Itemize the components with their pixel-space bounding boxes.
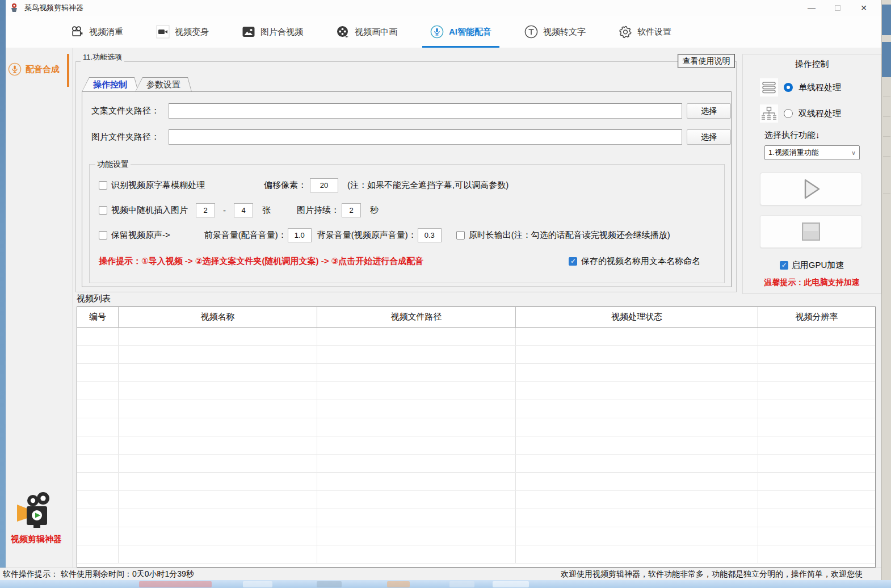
table-cell (119, 545, 317, 563)
bg-volume-input[interactable] (418, 228, 442, 242)
film-reel-icon (336, 25, 350, 39)
header-resolution[interactable]: 视频分辨率 (758, 307, 875, 327)
function-options-group: 11.功能选项 查看使用说明 操作控制 参数设置 文案文件夹路径： (75, 61, 737, 292)
table-cell (758, 436, 875, 454)
image-folder-select-button[interactable]: 选择 (687, 129, 731, 145)
table-cell (516, 527, 758, 545)
table-cell (758, 491, 875, 509)
tab-settings[interactable]: 软件设置 (615, 16, 675, 48)
table-cell (516, 400, 758, 418)
duration-input[interactable] (342, 203, 361, 217)
gpu-label: 启用GPU加速 (792, 260, 844, 271)
nav-tab-label: AI智能配音 (449, 27, 491, 37)
view-instructions-button[interactable]: 查看使用说明 (678, 54, 735, 68)
table-row (77, 364, 875, 382)
subtitle-blur-checkbox[interactable] (99, 181, 107, 190)
tab-operation-control[interactable]: 操作控制 (82, 77, 138, 92)
taskbar-item[interactable] (139, 581, 212, 587)
gpu-row: 启用GPU加速 (743, 260, 881, 271)
nav-tab-label: 视频变身 (175, 27, 209, 37)
header-status[interactable]: 视频处理状态 (516, 307, 758, 327)
picture-icon (242, 26, 255, 38)
dual-thread-radio[interactable] (784, 109, 793, 118)
header-file-path[interactable]: 视频文件路径 (317, 307, 516, 327)
offset-input[interactable] (310, 178, 338, 192)
table-cell (77, 455, 119, 472)
tab-video-to-text[interactable]: 视频转文字 (521, 16, 589, 48)
table-cell (317, 455, 516, 472)
taskbar-item[interactable] (449, 581, 474, 587)
orig-duration-checkbox[interactable] (456, 231, 465, 240)
insert-image-checkbox[interactable] (99, 206, 107, 215)
table-cell (77, 545, 119, 563)
tab-video-transform[interactable]: 视频变身 (153, 16, 212, 48)
maximize-button[interactable] (825, 0, 851, 16)
table-cell (77, 346, 119, 363)
background-window-sliver (881, 0, 891, 580)
operation-hint-row: 操作提示：①导入视频 -> ②选择文案文件夹(随机调用文案) -> ③点击开始进… (99, 253, 718, 269)
title-bar: 菜鸟视频剪辑神器 — ✕ (0, 0, 881, 16)
single-thread-row: 单线程处理 (760, 78, 841, 96)
tab-label: 参数设置 (137, 77, 190, 92)
text-folder-label: 文案文件夹路径： (91, 106, 169, 116)
gpu-checkbox[interactable] (780, 261, 788, 270)
status-left: 软件操作提示： 软件使用剩余时间：0天0小时1分39秒 (3, 569, 194, 579)
dual-thread-icon (761, 106, 777, 121)
text-folder-input[interactable] (169, 103, 682, 119)
tab-image-to-video[interactable]: 图片合视频 (238, 16, 306, 48)
tab-video-pip[interactable]: 视频画中画 (333, 16, 401, 48)
tab-parameter-settings[interactable]: 参数设置 (135, 77, 192, 92)
table-cell (758, 327, 875, 345)
table-cell (317, 346, 516, 363)
table-cell (317, 327, 516, 345)
range-dash: - (223, 205, 226, 215)
table-cell (758, 418, 875, 436)
image-folder-input[interactable] (169, 129, 682, 145)
nav-tab-label: 图片合视频 (260, 27, 303, 37)
taskbar-item[interactable] (387, 581, 410, 587)
table-row (77, 327, 875, 346)
subtitle-blur-row: 识别视频原字幕模糊处理 偏移像素： (注：如果不能完全遮挡字幕,可以调高参数) (99, 177, 718, 193)
insert-min-input[interactable] (196, 203, 215, 217)
fg-volume-input[interactable] (288, 228, 312, 242)
table-cell (119, 418, 317, 436)
tab-ai-dubbing[interactable]: AI智能配音 (427, 16, 495, 48)
save-name-checkbox[interactable] (569, 257, 577, 266)
subtitle-blur-label: 识别视频原字幕模糊处理 (111, 180, 205, 191)
minimize-button[interactable]: — (798, 0, 825, 16)
app-window: 菜鸟视频剪辑神器 — ✕ 视频消重 (0, 0, 881, 580)
text-folder-select-button[interactable]: 选择 (687, 103, 731, 119)
offset-note: (注：如果不能完全遮挡字幕,可以调高参数) (347, 180, 508, 191)
sidebar-item-dubbing[interactable]: 配音合成 (8, 62, 60, 76)
taskbar-item[interactable] (317, 581, 342, 587)
header-video-name[interactable]: 视频名称 (119, 307, 317, 327)
tab-video-dedup[interactable]: 视频消重 (67, 16, 127, 48)
video-list-title: 视频列表 (77, 293, 111, 304)
table-cell (119, 455, 317, 472)
dual-thread-icon-box (760, 104, 778, 123)
table-cell (119, 400, 317, 418)
close-button[interactable]: ✕ (851, 0, 877, 16)
start-button[interactable] (760, 173, 862, 205)
taskbar-item[interactable] (243, 581, 272, 587)
window-title: 菜鸟视频剪辑神器 (24, 3, 83, 13)
microphone-icon (430, 25, 444, 39)
table-row (77, 509, 875, 527)
table-cell (317, 473, 516, 490)
header-index[interactable]: 编号 (77, 307, 119, 327)
taskbar[interactable] (0, 580, 891, 588)
single-thread-radio[interactable] (784, 83, 793, 92)
offset-label: 偏移像素： (264, 180, 306, 191)
stop-button[interactable] (760, 215, 862, 248)
sidebar-item-label: 配音合成 (26, 64, 60, 75)
table-cell (516, 418, 758, 436)
function-dropdown[interactable]: 1.视频消重功能 ∨ (764, 145, 860, 160)
table-cell (119, 491, 317, 509)
insert-max-input[interactable] (234, 203, 253, 217)
table-cell (317, 436, 516, 454)
keep-audio-checkbox[interactable] (99, 231, 107, 240)
insert-image-label: 视频中随机插入图片 (111, 205, 188, 216)
table-cell (317, 400, 516, 418)
taskbar-item[interactable] (493, 581, 529, 587)
save-name-label: 保存的视频名称用文本名称命名 (581, 256, 700, 267)
